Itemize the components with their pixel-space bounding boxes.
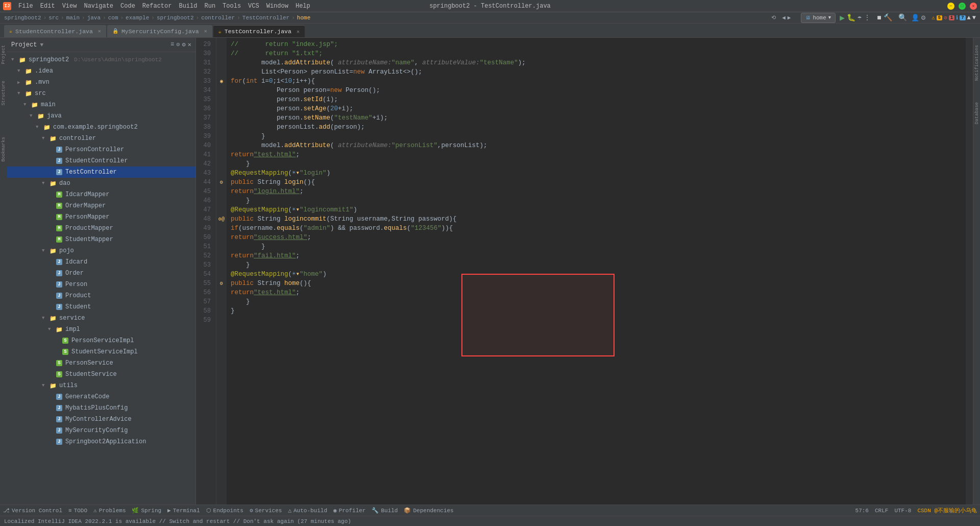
sidebar-item-studentcontroller[interactable]: JStudentController — [7, 155, 195, 166]
code-line[interactable]: if(username.equals("admin") && password.… — [227, 224, 966, 233]
code-line[interactable]: return "fail.html"; — [227, 251, 966, 260]
code-line[interactable]: @RequestMapping(☀▾"login") — [227, 169, 966, 178]
code-line[interactable]: List<Person> personList=new ArrayList<>(… — [227, 67, 966, 77]
profiler-status[interactable]: ◉ Profiler — [333, 507, 365, 514]
sidebar-item-student[interactable]: JStudent — [7, 301, 195, 313]
coverage-button[interactable]: ☂ — [857, 13, 862, 22]
sidebar-item-main[interactable]: ▼📁main — [7, 99, 195, 110]
code-line[interactable]: } — [227, 260, 966, 270]
error-count[interactable]: 1 — [949, 15, 954, 20]
sidebar-item-mysercurityconfig[interactable]: JMySercurityConfig — [7, 425, 195, 436]
settings-gear-icon[interactable]: ⚙ — [182, 41, 186, 49]
gutter-icon[interactable]: ⚙ — [216, 178, 227, 187]
breadcrumb-item[interactable]: java — [87, 15, 101, 21]
stop-button[interactable]: ■ — [877, 14, 881, 22]
code-line[interactable]: } — [227, 306, 966, 316]
tree-arrow[interactable]: ▼ — [30, 113, 35, 118]
menu-help[interactable]: Help — [292, 2, 313, 11]
maximize-button[interactable]: □ — [959, 3, 966, 10]
code-line[interactable]: model.addAttribute( attributeName: "pers… — [227, 141, 966, 150]
sidebar-item-utils[interactable]: ▼📁utils — [7, 380, 195, 391]
tree-arrow[interactable]: ▼ — [42, 181, 47, 186]
code-line[interactable]: model.addAttribute( attributeName: "name… — [227, 58, 966, 67]
sidebar-item-springboot2[interactable]: ▼📁springboot2D:\Users\Admin\springboot2 — [7, 54, 195, 65]
settings-icon[interactable]: ⚙ — [921, 13, 925, 22]
sidebar-item-mybatisplusconfig[interactable]: JMybatisPlusConfig — [7, 402, 195, 414]
tree-arrow[interactable]: ▼ — [17, 91, 22, 96]
breadcrumb-item[interactable]: TestController — [242, 15, 289, 21]
menu-tools[interactable]: Tools — [219, 2, 244, 11]
navigate-forward[interactable]: ▶ — [788, 14, 791, 21]
sidebar-item-productmapper[interactable]: MProductMapper — [7, 223, 195, 234]
sidebar-item-personcontroller[interactable]: JPersonController — [7, 144, 195, 155]
code-line[interactable]: // return "index.jsp"; — [227, 40, 966, 49]
tree-arrow[interactable]: ▼ — [36, 125, 41, 130]
tree-arrow[interactable]: ▼ — [42, 383, 47, 388]
spring-status[interactable]: 🌿 Spring — [132, 507, 161, 514]
sidebar-item-.mvn[interactable]: ▶📁.mvn — [7, 77, 195, 88]
hide-panel-icon[interactable]: ✕ — [188, 41, 191, 49]
breadcrumb-item[interactable]: springboot2 — [4, 15, 41, 21]
sidebar-item-idcard[interactable]: JIdcard — [7, 256, 195, 268]
sidebar-item-ordermapper[interactable]: MOrderMapper — [7, 200, 195, 211]
gutter-icon[interactable]: ⚙ — [216, 279, 227, 288]
code-line[interactable]: return "test.html"; — [227, 288, 966, 297]
sidebar-item-dao[interactable]: ▼📁dao — [7, 178, 195, 189]
vcs-icon[interactable]: ⟲ — [771, 14, 776, 21]
code-line[interactable]: public String logincommit(String usernam… — [227, 214, 966, 224]
version-control-status[interactable]: ⎇ Version Control — [3, 507, 62, 514]
menu-view[interactable]: View — [59, 2, 80, 11]
code-line[interactable]: return "test.html"; — [227, 150, 966, 159]
sidebar-item-person[interactable]: JPerson — [7, 279, 195, 290]
tab-close-security[interactable]: ✕ — [204, 28, 207, 34]
code-line[interactable]: // return "1.txt"; — [227, 49, 966, 58]
menu-refactor[interactable]: Refactor — [139, 2, 175, 11]
navigate-back[interactable]: ◀ — [782, 14, 786, 21]
breadcrumb-item-current[interactable]: home — [297, 15, 310, 21]
build-button[interactable]: 🔨 — [884, 13, 892, 22]
sidebar-item-java[interactable]: ▼📁java — [7, 110, 195, 122]
breadcrumb-item[interactable]: main — [66, 15, 80, 21]
sidebar-item-pojo[interactable]: ▼📁pojo — [7, 245, 195, 256]
warning-count[interactable]: 5 — [937, 15, 942, 20]
code-line[interactable]: } — [227, 242, 966, 251]
tree-arrow[interactable]: ▶ — [17, 80, 22, 85]
sidebar-item-mycontrolleradvice[interactable]: JMyControllerAdvice — [7, 414, 195, 425]
close-button[interactable]: ✕ — [970, 3, 977, 10]
sidebar-item-src[interactable]: ▼📁src — [7, 88, 195, 99]
sidebar-item-com.example.springboot2[interactable]: ▼📁com.example.springboot2 — [7, 122, 195, 133]
menu-file[interactable]: File — [15, 2, 36, 11]
collapse-all-icon[interactable]: ≡ — [170, 41, 174, 49]
menu-edit[interactable]: Edit — [37, 2, 58, 11]
collapse-warnings[interactable]: ▼ — [972, 14, 976, 21]
sidebar-item-idcardmapper[interactable]: MIdcardMapper — [7, 189, 195, 200]
code-line[interactable]: person.setAge(20+i); — [227, 104, 966, 113]
menu-navigate[interactable]: Navigate — [81, 2, 116, 11]
code-line[interactable]: Person person=new Person(); — [227, 86, 966, 95]
code-line[interactable]: public String home(){ — [227, 279, 966, 288]
bottom-info-text[interactable]: Localized IntelliJ IDEA 2022.2.1 is avai… — [4, 518, 351, 524]
sidebar-item-product[interactable]: JProduct — [7, 290, 195, 301]
breadcrumb-item[interactable]: example — [126, 15, 149, 21]
problems-status[interactable]: ⚠ Problems — [93, 507, 126, 514]
sidebar-item-service[interactable]: ▼📁service — [7, 313, 195, 324]
sidebar-item-generatecode[interactable]: JGenerateCode — [7, 391, 195, 402]
debug-button[interactable]: 🐛 — [847, 13, 855, 22]
code-line[interactable]: return "login.html"; — [227, 187, 966, 196]
breadcrumb-item[interactable]: controller — [201, 15, 235, 21]
menu-build[interactable]: Build — [176, 2, 200, 11]
todo-status[interactable]: ≡ TODO — [68, 508, 87, 514]
tab-mysecurity-config[interactable]: 🔒 MySercurityConfig.java ✕ — [107, 25, 212, 37]
sidebar-item-controller[interactable]: ▼📁controller — [7, 133, 195, 144]
code-line[interactable]: personList.add(person); — [227, 123, 966, 132]
tab-student-controller[interactable]: ☕ StudentController.java ✕ — [4, 25, 106, 37]
sidebar-item-personservice[interactable]: SPersonService — [7, 357, 195, 369]
menu-window[interactable]: Window — [263, 2, 291, 11]
code-line[interactable]: } — [227, 297, 966, 306]
more-run-options[interactable]: ⋮ — [864, 13, 871, 22]
code-line[interactable]: } — [227, 132, 966, 141]
menu-code[interactable]: Code — [117, 2, 138, 11]
sidebar-item-studentmapper[interactable]: MStudentMapper — [7, 234, 195, 245]
sidebar-item-personserviceimpl[interactable]: SPersonServiceImpl — [7, 335, 195, 346]
profile-icon[interactable]: 👤 — [911, 14, 919, 22]
